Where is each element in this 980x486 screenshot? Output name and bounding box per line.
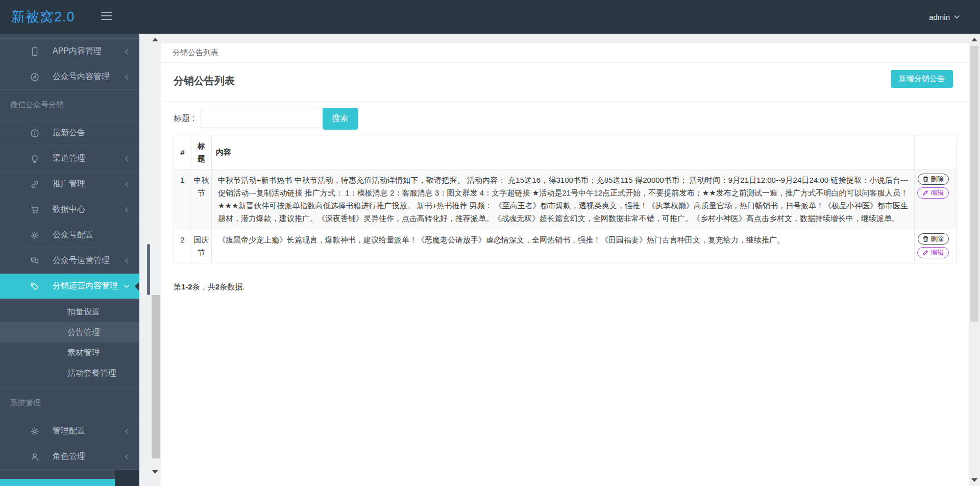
- sidebar-item-label: 角色管理: [53, 451, 85, 462]
- hamburger-icon: [101, 12, 112, 13]
- breadcrumb: 分销公告列表: [173, 43, 969, 62]
- info-icon: [30, 129, 39, 138]
- add-announcement-button[interactable]: 新增分销公告: [891, 70, 953, 88]
- search-label: 标题 :: [174, 102, 194, 135]
- record-range: 1-2: [181, 282, 192, 291]
- sidebar-item-official-account-content[interactable]: 公众号内容管理: [0, 64, 139, 90]
- sidebar-item-label: 推广管理: [53, 179, 85, 189]
- chevron-left-icon: [124, 48, 130, 55]
- delete-button[interactable]: 删除: [918, 233, 949, 245]
- chevron-left-icon: [124, 258, 130, 264]
- sidebar-item-label: 分销运营内容管理: [53, 281, 118, 291]
- sidebar-item-label: 公众号运营管理: [53, 255, 110, 266]
- table-header-row: # 标题 内容: [174, 135, 957, 169]
- edit-button[interactable]: 编辑: [917, 247, 949, 258]
- chevron-down-icon: [124, 283, 130, 289]
- sidebar-subitem-activity-package-management[interactable]: 活动套餐管理: [0, 363, 139, 383]
- page-title: 分销公告列表: [174, 74, 235, 88]
- row-title: 国庆节: [191, 229, 212, 263]
- trash-icon: [923, 236, 928, 242]
- username-label: admin: [929, 13, 950, 21]
- table-row: 1 中秋节 中秋节活动+新书热书 中秋节活动，特惠充值活动详情如下，敬请把握。 …: [174, 169, 957, 229]
- lightbulb-icon: [30, 154, 39, 163]
- chevron-left-icon: [124, 74, 130, 80]
- sidebar-subitem-announcement-management[interactable]: 公告管理: [0, 322, 139, 343]
- sidebar-scrollbar[interactable]: [139, 34, 161, 486]
- announcement-list-panel: 分销公告列表 新增分销公告 标题 : 搜索 # 标题 内容 1 中秋节 中秋节活…: [161, 63, 969, 486]
- hamburger-icon: [101, 15, 112, 16]
- sidebar-bottom-highlight: [0, 479, 115, 486]
- column-header-title: 标题: [191, 135, 212, 169]
- sidebar-item-app-content[interactable]: APP内容管理: [0, 39, 139, 64]
- chevron-left-icon: [124, 181, 130, 187]
- tags-icon: [30, 282, 39, 291]
- sidebar-item-role-management[interactable]: 角色管理: [0, 444, 139, 470]
- gear-icon: [30, 427, 39, 436]
- sidebar-item-channel-management[interactable]: 渠道管理: [0, 146, 139, 172]
- record-count-text: 第1-2条，共2条数据.: [174, 282, 969, 292]
- scrollbar-thumb[interactable]: [152, 295, 160, 458]
- scroll-up-arrow-icon[interactable]: [971, 38, 977, 41]
- row-index: 2: [174, 229, 191, 263]
- delete-button[interactable]: 删除: [918, 174, 949, 185]
- search-button[interactable]: 搜索: [323, 108, 358, 130]
- mobile-icon: [30, 47, 39, 56]
- menu-toggle-button[interactable]: [101, 12, 113, 22]
- chevron-left-icon: [124, 156, 130, 162]
- row-actions: 删除 编辑: [915, 229, 957, 263]
- main-scrollbar[interactable]: [969, 34, 980, 486]
- title-search-input[interactable]: [201, 109, 327, 128]
- sidebar-subitem-deduction-settings[interactable]: 扣量设置: [0, 302, 139, 322]
- sidebar-item-official-account-operation[interactable]: 公众号运营管理: [0, 248, 139, 274]
- sidebar-item-latest-announcements[interactable]: 最新公告: [0, 120, 139, 146]
- chevron-left-icon: [124, 207, 130, 213]
- chevron-left-icon: [124, 428, 130, 434]
- scroll-up-arrow-icon[interactable]: [152, 38, 158, 41]
- sidebar-item-label: 渠道管理: [53, 153, 85, 164]
- sidebar-section-system: 系统管理: [0, 388, 139, 419]
- sidebar-item-label: 数据中心: [53, 204, 85, 215]
- chevron-left-icon: [124, 454, 130, 460]
- sidebar-item-official-account-config[interactable]: 公众号配置: [0, 223, 139, 248]
- sidebar-item-promotion-management[interactable]: 推广管理: [0, 172, 139, 197]
- column-header-actions: [915, 135, 957, 169]
- sidebar-submenu: 扣量设置 公告管理 素材管理 活动套餐管理: [0, 299, 139, 388]
- edit-button[interactable]: 编辑: [917, 187, 949, 199]
- search-row: 标题 : 搜索: [161, 102, 969, 135]
- sidebar-item-distribution-operation-content[interactable]: 分销运营内容管理: [0, 274, 139, 299]
- column-header-content: 内容: [212, 135, 915, 169]
- link-icon: [30, 180, 39, 189]
- top-header: 新被窝2.0 admin: [0, 0, 980, 34]
- scroll-down-arrow-icon[interactable]: [971, 478, 977, 482]
- panel-header: 分销公告列表 新增分销公告: [161, 63, 969, 102]
- sidebar-subitem-material-management[interactable]: 素材管理: [0, 343, 139, 363]
- sidebar-item-data-center[interactable]: 数据中心: [0, 197, 139, 223]
- user-icon: [30, 452, 39, 461]
- sidebar-item-label: APP内容管理: [53, 46, 102, 57]
- sidebar-item-clipped: [0, 34, 139, 39]
- sidebar-scroll-thumb[interactable]: [147, 244, 150, 295]
- row-content: 中秋节活动+新书热书 中秋节活动，特惠充值活动详情如下，敬请把握。 活动内容： …: [212, 169, 915, 229]
- user-menu[interactable]: admin: [929, 0, 960, 34]
- sidebar-item-admin-config[interactable]: 管理配置: [0, 419, 139, 444]
- table-row: 2 国庆节 《腹黑帝少宠上瘾》长篇现言，爆款神书，建议给量派单！《恶魔老公请放手…: [174, 229, 957, 263]
- pencil-icon: [922, 250, 928, 256]
- row-index: 1: [174, 169, 191, 229]
- sidebar-item-label: 最新公告: [53, 128, 85, 138]
- comments-icon: [30, 256, 39, 265]
- column-header-index: #: [174, 135, 191, 169]
- row-content: 《腹黑帝少宠上瘾》长篇现言，爆款神书，建议给量派单！《恶魔老公请放手》虐恋情深文…: [212, 229, 915, 263]
- breadcrumb-bar: 分销公告列表: [161, 43, 969, 62]
- sidebar-item-label: 公众号配置: [53, 230, 93, 240]
- scrollbar-thumb[interactable]: [970, 46, 978, 322]
- sidebar-bottom-corner: [115, 470, 139, 486]
- scroll-down-arrow-icon[interactable]: [152, 470, 158, 474]
- compass-icon: [30, 72, 39, 82]
- chevron-down-icon: [954, 15, 960, 19]
- sidebar-nav: APP内容管理 公众号内容管理 微信公众号分销 最新公告 渠道管理 推广管理: [0, 34, 139, 486]
- hamburger-icon: [101, 19, 112, 20]
- trash-icon: [923, 176, 928, 182]
- announcement-table: # 标题 内容 1 中秋节 中秋节活动+新书热书 中秋节活动，特惠充值活动详情如…: [174, 135, 957, 263]
- gear-icon: [30, 231, 39, 240]
- sidebar-item-label: 管理配置: [53, 426, 85, 436]
